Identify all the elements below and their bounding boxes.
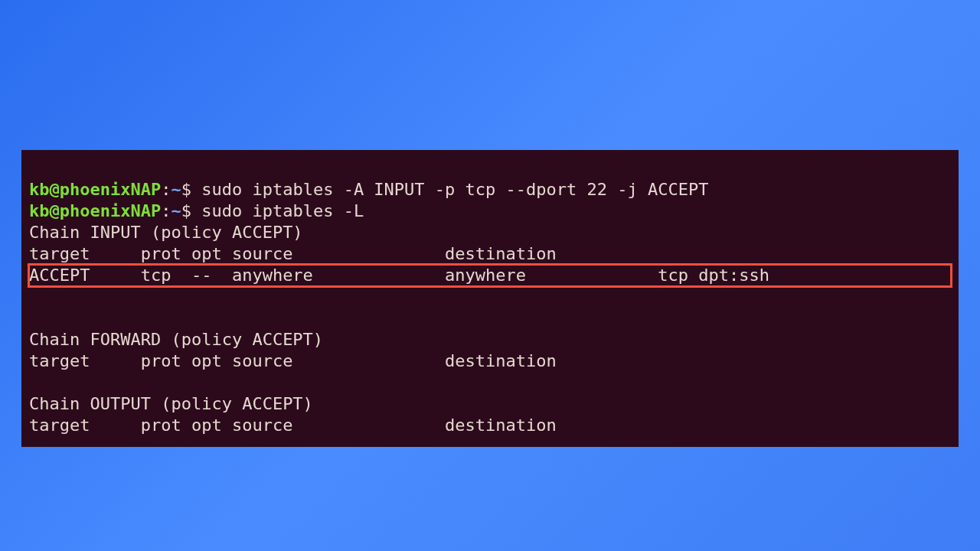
prompt-path: ~ xyxy=(171,201,181,220)
prompt-at: @ xyxy=(50,201,60,220)
highlighted-rule-row: ACCEPT tcp -- anywhere anywhere tcp dpt:… xyxy=(29,265,951,286)
prompt-dollar: $ xyxy=(181,201,191,220)
prompt-line-2: kb@phoenixNAP:~$ sudo iptables -L xyxy=(29,201,364,220)
command-2: sudo iptables -L xyxy=(201,201,364,220)
prompt-colon: : xyxy=(161,201,171,220)
prompt-user: kb xyxy=(29,201,50,220)
command-1: sudo iptables -A INPUT -p tcp --dport 22… xyxy=(201,180,708,199)
chain-input-header: Chain INPUT (policy ACCEPT) xyxy=(29,223,303,242)
chain-forward-header: Chain FORWARD (policy ACCEPT) xyxy=(29,330,323,349)
prompt-user: kb xyxy=(29,180,50,199)
prompt-host: phoenixNAP xyxy=(60,201,161,220)
chain-output-header: Chain OUTPUT (policy ACCEPT) xyxy=(29,394,313,413)
columns-header-input: target prot opt source destination xyxy=(29,244,557,263)
input-rule-accept-ssh: ACCEPT tcp -- anywhere anywhere tcp dpt:… xyxy=(29,266,769,285)
columns-header-forward: target prot opt source destination xyxy=(29,351,557,370)
terminal-window[interactable]: kb@phoenixNAP:~$ sudo iptables -A INPUT … xyxy=(21,150,959,447)
prompt-dollar: $ xyxy=(181,180,191,199)
prompt-line-1: kb@phoenixNAP:~$ sudo iptables -A INPUT … xyxy=(29,180,708,199)
prompt-colon: : xyxy=(161,180,171,199)
prompt-at: @ xyxy=(50,180,60,199)
prompt-path: ~ xyxy=(171,180,181,199)
desktop-background: kb@phoenixNAP:~$ sudo iptables -A INPUT … xyxy=(0,0,980,551)
prompt-host: phoenixNAP xyxy=(60,180,161,199)
columns-header-output: target prot opt source destination xyxy=(29,416,557,435)
